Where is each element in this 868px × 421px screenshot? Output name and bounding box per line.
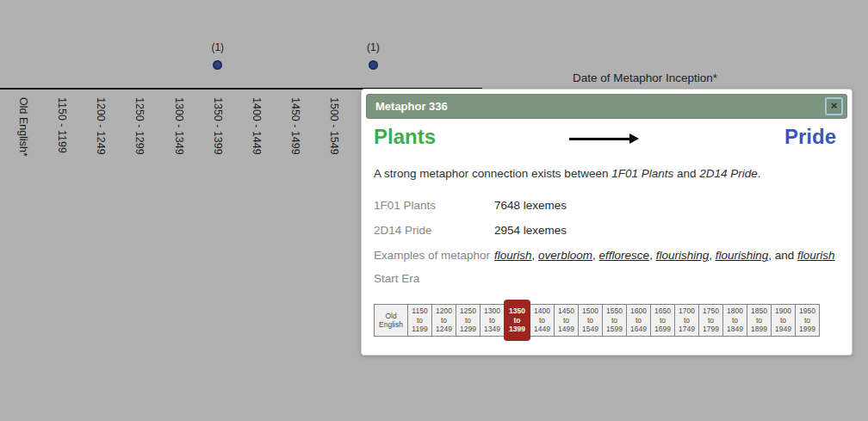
point-dot-icon[interactable] [369, 60, 378, 70]
example-word-link[interactable]: effloresce [599, 249, 650, 262]
era-cell-selected[interactable]: 1350to1399 [504, 300, 530, 341]
description-target-ref: 2D14 Pride [699, 167, 758, 180]
era-cell[interactable]: 1700to1749 [674, 304, 699, 337]
example-word-link[interactable]: flourish [494, 249, 532, 262]
description-suffix: . [758, 167, 761, 180]
era-cell[interactable]: 1900to1949 [771, 304, 796, 337]
era-cell[interactable]: 1450to1499 [554, 304, 579, 337]
examples-value: flourish, overbloom, effloresce, flouris… [494, 249, 835, 262]
era-cell[interactable]: OldEnglish [374, 304, 408, 337]
era-row: OldEnglish1150to11991200to12491250to1299… [374, 300, 820, 341]
connection-description: A strong metaphor connection exists betw… [374, 167, 761, 180]
metaphor-timeline-page: Date of Metaphor Inception* Old English*… [0, 0, 868, 421]
era-cell[interactable]: 1300to1349 [480, 304, 505, 337]
source-category-label: Plants [374, 125, 436, 149]
examples-label: Examples of metaphor [374, 249, 490, 262]
era-cell[interactable]: 1650to1699 [650, 304, 675, 337]
stat-value: 2954 lexemes [494, 224, 567, 237]
stat-label: 2D14 Pride [374, 224, 432, 237]
era-cell[interactable]: 1850to1899 [747, 304, 772, 337]
data-point[interactable]: (1) [356, 41, 390, 73]
description-mid: and [673, 167, 699, 180]
example-word-link[interactable]: flourishing [716, 249, 769, 262]
era-cell[interactable]: 1950to1999 [795, 304, 820, 337]
metaphor-arrow-icon [569, 138, 630, 140]
start-era-label: Start Era [374, 272, 419, 285]
stat-value: 7648 lexemes [494, 199, 567, 212]
target-category-label: Pride [784, 125, 836, 149]
point-dot-icon[interactable] [213, 60, 222, 70]
era-cell[interactable]: 1500to1549 [578, 304, 603, 337]
timeline-axis-title: Date of Metaphor Inception* [573, 71, 717, 84]
era-cell[interactable]: 1200to1249 [431, 304, 456, 337]
era-cell[interactable]: 1550to1599 [602, 304, 627, 337]
era-cell[interactable]: 1400to1449 [530, 304, 555, 337]
point-count-label: (1) [201, 41, 235, 53]
description-source-ref: 1F01 Plants [611, 167, 673, 180]
era-cell[interactable]: 1600to1649 [626, 304, 651, 337]
era-cell[interactable]: 1150to1199 [407, 304, 432, 337]
example-word-link[interactable]: overbloom [538, 249, 592, 262]
example-word-link[interactable]: flourish [797, 249, 835, 262]
era-cell[interactable]: 1800to1849 [722, 304, 747, 337]
point-count-label: (1) [356, 41, 390, 53]
metaphor-dialog: Metaphor 336 × Plants Pride A strong met… [361, 89, 852, 356]
era-cell[interactable]: 1750to1799 [698, 304, 723, 337]
close-icon[interactable]: × [825, 97, 843, 115]
dialog-header[interactable]: Metaphor 336 × [366, 94, 847, 119]
era-cell[interactable]: 1250to1299 [456, 304, 480, 337]
example-word-link[interactable]: flourishing [656, 249, 710, 262]
data-point[interactable]: (1) [201, 41, 235, 73]
stat-label: 1F01 Plants [374, 199, 436, 212]
description-prefix: A strong metaphor connection exists betw… [374, 167, 611, 180]
dialog-title: Metaphor 336 [375, 100, 448, 113]
